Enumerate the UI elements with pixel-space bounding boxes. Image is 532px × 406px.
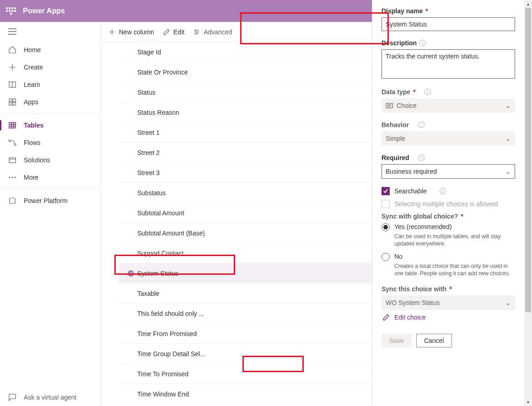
chevron-down-icon: ⌄ [505, 102, 511, 109]
nav-label: Tables [24, 122, 43, 129]
sync-yes-desc: Can be used in multiple tables, and will… [394, 233, 515, 247]
info-icon[interactable]: i [418, 155, 425, 161]
save-button: Save [382, 334, 412, 347]
cmd-label: Edit [173, 28, 184, 36]
window-scrollbar[interactable]: ▴ ▾ [524, 0, 532, 406]
behavior-label: Behavior i [382, 121, 515, 128]
solutions-icon [8, 156, 16, 164]
data-type-label: Data type * i [382, 88, 515, 96]
svg-rect-4 [13, 102, 16, 105]
edit-choice-label: Edit choice [394, 314, 425, 321]
cmd-label: Advanced [204, 28, 232, 36]
nav-item-power-platform[interactable]: Power Platform [0, 192, 100, 209]
searchable-checkbox[interactable]: Searchable i [382, 187, 515, 195]
svg-rect-5 [9, 123, 16, 128]
cancel-button[interactable]: Cancel [416, 334, 452, 347]
info-icon[interactable]: i [440, 188, 446, 194]
nav-item-more[interactable]: More [0, 169, 100, 186]
description-input[interactable] [382, 49, 515, 79]
svg-rect-3 [9, 102, 12, 105]
nav-item-create[interactable]: Create [0, 59, 100, 76]
tables-icon [8, 121, 16, 129]
sync-with-value: WO System Status [386, 299, 440, 306]
data-type-select: Choice ⌄ [382, 98, 515, 113]
scroll-thumb[interactable] [525, 8, 531, 312]
behavior-select: Simple ⌄ [382, 131, 515, 146]
check-circle-icon [127, 270, 134, 277]
svg-rect-12 [10, 198, 15, 203]
data-type-value: Choice [397, 102, 417, 109]
required-select[interactable]: Business required ⌄ [382, 164, 515, 179]
nav-label: Apps [24, 98, 38, 106]
column-properties-panel: Display name * Description i Data type *… [372, 0, 524, 406]
sync-no-desc: Creates a local choice that can only be … [394, 262, 515, 277]
nav-item-apps[interactable]: Apps [0, 93, 100, 111]
display-name-label: Display name * [382, 7, 515, 15]
ask-virtual-agent[interactable]: Ask a virtual agent [0, 389, 100, 406]
pencil-icon [382, 314, 390, 321]
svg-rect-8 [9, 158, 16, 163]
info-icon[interactable]: i [419, 40, 426, 46]
svg-rect-1 [9, 99, 12, 102]
info-icon[interactable]: i [425, 89, 431, 95]
sync-no-label: No [394, 252, 515, 261]
svg-point-11 [15, 177, 16, 178]
app-title: Power Apps [23, 7, 65, 15]
svg-point-7 [14, 144, 16, 145]
nav-label: Power Platform [24, 197, 68, 204]
ask-label: Ask a virtual agent [24, 394, 76, 401]
required-label: Required i [382, 154, 515, 161]
nav-label: More [24, 174, 38, 181]
edit-choice-button[interactable]: Edit choice [382, 311, 515, 324]
edit-button[interactable]: Edit [163, 28, 184, 36]
nav-label: Home [24, 46, 41, 53]
info-icon[interactable]: i [418, 122, 425, 128]
chat-icon [8, 393, 16, 401]
left-nav: Home Create Learn Apps Tables Flows [0, 22, 101, 406]
nav-item-solutions[interactable]: Solutions [0, 151, 100, 169]
svg-point-9 [9, 177, 11, 178]
chevron-down-icon: ⌄ [505, 168, 511, 175]
chevron-down-icon: ⌄ [505, 299, 511, 306]
svg-rect-2 [13, 99, 16, 102]
sync-yes-radio[interactable]: Yes (recommended) Can be used in multipl… [382, 223, 515, 248]
home-icon [8, 46, 16, 54]
svg-point-10 [12, 177, 13, 178]
svg-point-6 [9, 140, 11, 142]
apps-icon [8, 98, 16, 106]
nav-label: Learn [24, 81, 40, 88]
nav-item-learn[interactable]: Learn [0, 76, 100, 93]
sync-with-select: WO System Status ⌄ [382, 295, 515, 310]
scroll-down-arrow[interactable]: ▾ [524, 398, 532, 406]
sync-yes-label: Yes (recommended) [394, 223, 515, 231]
new-column-button[interactable]: New column [109, 28, 154, 36]
multi-choice-checkbox: Selecting multiple choices is allowed [382, 200, 515, 208]
chevron-down-icon: ⌄ [505, 135, 511, 142]
choice-icon [386, 103, 393, 108]
flows-icon [8, 139, 16, 147]
display-name-input[interactable] [382, 17, 515, 31]
sync-global-label: Sync with global choice? * [382, 213, 515, 220]
nav-collapse-button[interactable] [0, 22, 100, 41]
book-icon [8, 80, 16, 89]
more-icon [8, 173, 16, 182]
advanced-button[interactable]: Advanced [193, 28, 232, 36]
scroll-up-arrow[interactable]: ▴ [524, 0, 532, 8]
nav-label: Create [24, 64, 43, 71]
required-value: Business required [386, 168, 437, 175]
searchable-label: Searchable [394, 187, 427, 195]
nav-label: Flows [24, 139, 41, 146]
sync-with-label: Sync this choice with * [382, 285, 515, 293]
plus-icon [8, 63, 16, 71]
multi-choice-label: Selecting multiple choices is allowed [394, 200, 498, 208]
sync-no-radio[interactable]: No Creates a local choice that can only … [382, 252, 515, 278]
nav-label: Solutions [24, 156, 50, 164]
nav-item-flows[interactable]: Flows [0, 134, 100, 151]
cmd-label: New column [119, 28, 154, 36]
behavior-value: Simple [386, 135, 405, 142]
nav-item-home[interactable]: Home [0, 41, 100, 59]
platform-icon [8, 197, 16, 205]
app-launcher-icon[interactable] [5, 5, 16, 16]
description-label: Description i [382, 39, 515, 47]
nav-item-tables[interactable]: Tables [0, 117, 100, 134]
